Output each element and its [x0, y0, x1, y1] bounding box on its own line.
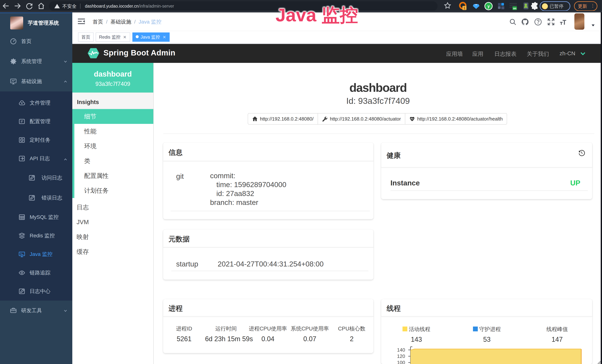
svg-text:1: 1	[463, 6, 465, 10]
svg-text:120: 120	[397, 353, 405, 359]
svg-text:100: 100	[397, 360, 405, 364]
svg-text:on: on	[513, 7, 516, 10]
svg-text:140: 140	[397, 347, 405, 353]
svg-text:y: y	[487, 4, 490, 9]
